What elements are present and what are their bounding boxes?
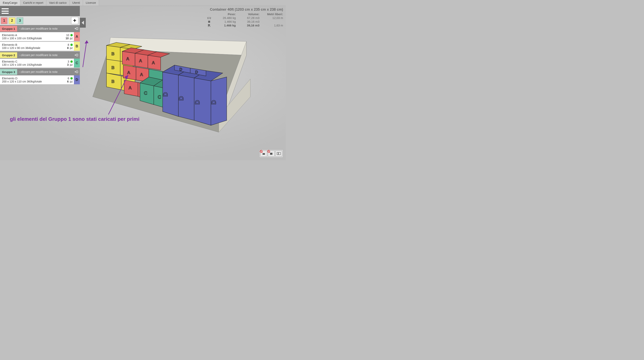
item-counts: 6 6pz (62, 75, 74, 84)
info-metri-1: 12,03 m (263, 16, 283, 20)
weight-toggle-button[interactable]: kg (260, 151, 267, 156)
disabled-icon (267, 150, 270, 153)
annotation-arrow-1 (81, 38, 91, 69)
container-icon (206, 16, 212, 20)
svg-marker-10 (120, 47, 133, 63)
chevron-left-icon (82, 21, 84, 25)
group-2-header[interactable]: Gruppo 2 - cliccare per modificare la no… (0, 52, 80, 59)
svg-marker-2 (219, 42, 246, 132)
add-tab-button[interactable]: + (71, 17, 78, 24)
svg-text:A: A (153, 74, 156, 79)
add-to-group-icon[interactable] (73, 52, 80, 59)
group-2-note[interactable]: - cliccare per modificare la nota (17, 54, 73, 57)
container-info-panel: Container 40ft (1203 cm x 235 cm x 238 c… (206, 8, 283, 27)
svg-marker-54 (174, 65, 190, 73)
svg-marker-36 (140, 83, 154, 105)
status-dot-icon (70, 44, 73, 46)
group-2-label: Gruppo 2 (0, 52, 17, 58)
svg-text:B: B (111, 65, 114, 70)
item-dims: 100 x 100 x 100 cm 530kg/totale (2, 37, 60, 40)
collapse-sidebar-button[interactable] (80, 18, 86, 28)
svg-marker-35 (148, 52, 170, 57)
item-row-a[interactable]: Elemento A 100 x 100 x 100 cm 530kg/tota… (0, 32, 80, 42)
svg-text:C: C (144, 90, 147, 96)
svg-marker-26 (136, 67, 149, 82)
svg-marker-45 (178, 75, 194, 120)
svg-text:B: B (111, 51, 114, 56)
svg-marker-32 (138, 83, 140, 97)
item-name: Elemento A (2, 33, 60, 37)
item-letter-c: C (74, 59, 80, 68)
svg-marker-33 (122, 48, 144, 53)
svg-rect-60 (76, 71, 78, 73)
svg-rect-73 (270, 153, 272, 155)
svg-text:D: D (210, 100, 217, 105)
svg-marker-43 (163, 72, 178, 116)
svg-marker-51 (163, 65, 190, 75)
info-vol-1: 67,28 m3 (240, 16, 260, 20)
svg-marker-6 (106, 45, 120, 61)
svg-marker-49 (211, 77, 227, 125)
header-volume: Volume: (240, 13, 260, 16)
info-peso-1: 26.480 kg (216, 16, 236, 20)
svg-marker-16 (106, 43, 130, 47)
svg-rect-59 (76, 54, 78, 56)
group-1-note[interactable]: - cliccare per modificare la nota (17, 27, 73, 30)
svg-point-67 (210, 26, 210, 27)
info-metri-2 (263, 20, 283, 23)
svg-text:D: D (162, 92, 169, 97)
nav-utenti[interactable]: Utenti (70, 0, 83, 6)
svg-rect-75 (278, 152, 280, 155)
svg-text:B: B (124, 53, 127, 58)
svg-marker-1 (108, 38, 246, 55)
hamburger-icon[interactable] (2, 8, 9, 14)
group-3-header[interactable]: Gruppo 3 - cliccare per modificare la no… (0, 68, 80, 75)
svg-text:A: A (139, 58, 142, 63)
view-toolbar: kg T (260, 150, 283, 157)
svg-rect-64 (208, 21, 210, 23)
annotation-arrow-2 (106, 71, 132, 116)
item-row-b[interactable]: Elemento B 100 x 120 x 90 cm 384kg/total… (0, 42, 80, 52)
tab-2[interactable]: 2 (9, 17, 16, 24)
item-letter-a: A (74, 32, 80, 41)
svg-marker-52 (178, 68, 206, 78)
status-dot-icon (70, 77, 73, 80)
info-metri-3: 1,63 m (263, 24, 283, 27)
item-row-c[interactable]: Elemento C 130 x 120 x 100 cm 192kg/tota… (0, 59, 80, 68)
item-letter-b: B (74, 42, 80, 51)
disabled-icon (260, 150, 262, 153)
svg-point-66 (208, 26, 209, 27)
solid-icon (206, 20, 212, 23)
tab-1[interactable]: 1 (1, 17, 8, 24)
svg-rect-58 (76, 28, 78, 30)
svg-line-70 (108, 75, 128, 114)
layout-view-button[interactable] (276, 151, 282, 156)
item-dims: 100 x 120 x 90 cm 384kg/totale (2, 46, 60, 50)
item-name: Elemento B (2, 43, 60, 46)
add-to-group-icon[interactable] (73, 68, 80, 75)
nav-vani[interactable]: Vani di carico (46, 0, 70, 6)
nav-carichi[interactable]: Carichi e report (20, 0, 46, 6)
item-row-d[interactable]: Elemento D 200 x 120 x 110 cm 360kg/tota… (0, 75, 80, 85)
nav-licenze[interactable]: Licenze (83, 0, 99, 6)
svg-line-68 (83, 41, 87, 67)
brand: EasyCargo (0, 0, 20, 6)
container-title: Container 40ft (1203 cm x 235 cm x 238 c… (206, 8, 283, 12)
svg-text:C: C (158, 94, 161, 100)
group-3-label: Gruppo 3 (0, 69, 17, 75)
group-3-note[interactable]: - cliccare per modificare la nota (17, 70, 73, 73)
svg-marker-47 (194, 78, 211, 125)
svg-marker-56 (190, 68, 206, 76)
svg-marker-42 (149, 69, 163, 80)
top-nav: EasyCargo Carichi e report Vani di caric… (0, 0, 286, 6)
item-dims: 130 x 120 x 100 cm 192kg/totale (2, 63, 60, 66)
add-to-group-icon[interactable] (73, 25, 80, 32)
view-tabs: 1 2 3 + (0, 16, 80, 25)
group-1-header[interactable]: Gruppo 1 - cliccare per modificare la no… (0, 25, 80, 32)
svg-marker-28 (149, 69, 163, 85)
svg-marker-20 (135, 53, 148, 68)
svg-marker-18 (122, 51, 135, 66)
label-toggle-button[interactable]: T (268, 151, 274, 156)
group-1-label: Gruppo 1 (0, 26, 17, 32)
tab-3[interactable]: 3 (16, 17, 23, 24)
